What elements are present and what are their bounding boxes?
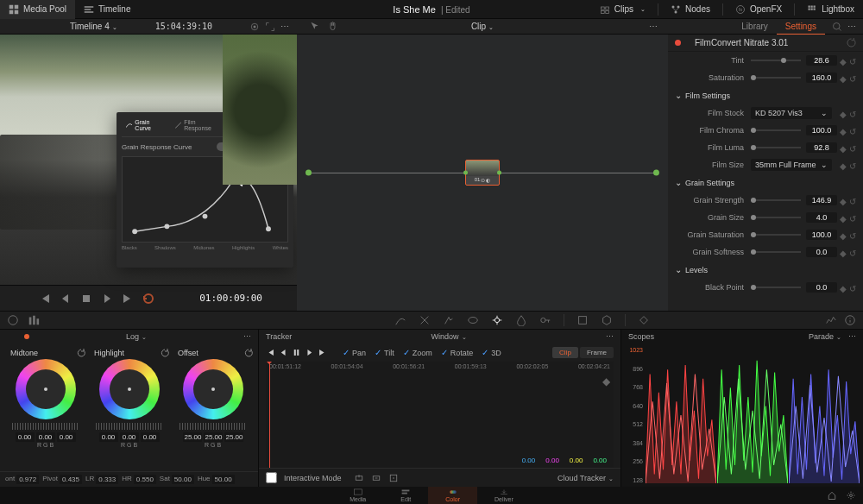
sizing-icon[interactable] <box>576 314 589 326</box>
library-tab[interactable]: Library <box>733 19 777 34</box>
media-pool-button[interactable]: Media Pool <box>0 0 75 19</box>
lightbox-button[interactable]: Lightbox <box>798 0 863 19</box>
color-page-button[interactable]: Color <box>428 487 477 504</box>
grain-curve-tab[interactable]: Grain Curve <box>122 117 169 133</box>
corrector-node[interactable]: 01⊙◐ <box>465 160 500 186</box>
reset-icon[interactable] <box>77 349 85 357</box>
film-luma-slider[interactable] <box>751 147 801 148</box>
playhead[interactable] <box>269 362 270 468</box>
reset-icon[interactable] <box>280 142 288 151</box>
settings-tab[interactable]: Settings <box>777 19 825 35</box>
bars-icon[interactable] <box>28 314 40 326</box>
color-wheels-tab[interactable]: Color Wheels <box>227 117 278 133</box>
home-icon[interactable] <box>827 490 837 501</box>
tilt-check[interactable]: Tilt <box>375 348 394 357</box>
kf-icon[interactable]: ◆ <box>840 57 847 64</box>
node-output-endpoint[interactable] <box>653 170 659 176</box>
contrast-field[interactable]: ont0.972 <box>5 475 39 484</box>
media-page-button[interactable]: Media <box>332 487 383 504</box>
wheels-menu[interactable]: ⋯ <box>243 332 251 341</box>
blur-icon[interactable] <box>515 314 527 326</box>
timeline-selector[interactable]: Timeline 4⌄ <box>70 22 117 31</box>
highlight-ring[interactable] <box>99 359 160 419</box>
first-frame-button[interactable] <box>38 292 52 306</box>
delete-icon[interactable] <box>371 473 381 483</box>
prev-frame-button[interactable] <box>59 292 72 306</box>
clip-selector[interactable]: Clip⌄ <box>471 22 494 31</box>
highlight-jog[interactable] <box>96 423 163 430</box>
tracker-icon[interactable] <box>491 314 503 326</box>
viewer-menu[interactable]: ⋯ <box>280 22 289 31</box>
grain-strength-slider[interactable] <box>751 199 801 201</box>
add-keyframe-button[interactable]: ◆ <box>602 375 610 387</box>
hue-field[interactable]: Hue50.00 <box>198 475 235 484</box>
film-stock-select[interactable]: KD 5207 Vis3⌄ <box>751 107 832 119</box>
film-chroma-slider[interactable] <box>751 129 801 131</box>
node-input-endpoint[interactable] <box>306 170 312 176</box>
grain-softness-slider[interactable] <box>751 251 801 253</box>
node-menu[interactable]: ⋯ <box>649 22 658 31</box>
offset-ring[interactable] <box>183 359 243 419</box>
background-toggle[interactable] <box>217 142 232 151</box>
frame-mode-button[interactable]: Frame <box>580 347 614 358</box>
effect-header[interactable]: FilmConvert Nitrate 3.01 <box>668 35 863 52</box>
window-icon[interactable] <box>467 314 479 326</box>
timeline-button[interactable]: Timeline <box>75 0 139 19</box>
pointer-icon[interactable] <box>309 21 320 32</box>
viewer-timecode[interactable]: 15:04:39:10 <box>155 22 212 31</box>
tracker-timeline[interactable]: 00:01:51:1200:01:54:0400:01:56:2100:01:5… <box>266 362 614 468</box>
film-response-tab[interactable]: Film Response <box>171 117 225 133</box>
keyframes-icon[interactable] <box>638 314 650 326</box>
tint-slider[interactable]: .prm-sl[style*="60"]::after{left:60%} <box>751 60 801 61</box>
offset-jog[interactable] <box>180 423 247 430</box>
grain-saturation-slider[interactable] <box>751 234 801 236</box>
insert-icon[interactable] <box>354 473 364 483</box>
grain-settings-section[interactable]: Grain Settings <box>668 173 863 192</box>
track-rev-one-button[interactable] <box>266 348 275 357</box>
3d-icon[interactable] <box>601 314 613 326</box>
pivot-field[interactable]: Pivot0.435 <box>42 475 82 484</box>
scope-type-select[interactable]: Parade⌄⋯ <box>809 332 856 341</box>
deliver-page-button[interactable]: Deliver <box>477 487 531 504</box>
key-icon[interactable] <box>539 314 551 326</box>
highlight-icon[interactable] <box>249 22 260 32</box>
3d-check[interactable]: 3D <box>482 348 501 357</box>
wheel-page-indicator[interactable] <box>24 334 29 339</box>
track-fwd-one-button[interactable] <box>318 348 327 357</box>
loop-button[interactable] <box>142 292 155 306</box>
rotate-check[interactable]: Rotate <box>441 348 474 357</box>
clips-button[interactable]: Clips⌄ <box>591 0 654 19</box>
reset-icon[interactable] <box>161 349 169 357</box>
zoom-check[interactable]: Zoom <box>403 348 432 357</box>
info-icon[interactable] <box>844 314 856 326</box>
grain-size-slider[interactable] <box>751 217 801 218</box>
clip-mode-button[interactable]: Clip <box>552 347 578 358</box>
pan-check[interactable]: Pan <box>343 348 366 357</box>
last-frame-button[interactable] <box>121 292 135 306</box>
hand-icon[interactable] <box>327 21 338 32</box>
tracker-menu[interactable]: ⋯ <box>606 332 614 341</box>
expand-icon[interactable] <box>265 22 275 32</box>
edit-page-button[interactable]: Edit <box>383 487 428 504</box>
film-size-select[interactable]: 35mm Full Frame⌄ <box>751 159 832 171</box>
track-rev-button[interactable] <box>279 348 288 357</box>
wheels-icon[interactable] <box>7 314 19 326</box>
grain-curve-graph[interactable] <box>122 156 288 243</box>
cloud-tracker-select[interactable]: Cloud Tracker⌄ <box>557 474 614 482</box>
film-settings-section[interactable]: Film Settings <box>668 86 863 104</box>
saturation-slider[interactable] <box>751 77 801 79</box>
node-input[interactable] <box>463 171 468 175</box>
reset-icon[interactable]: ↺ <box>849 57 856 64</box>
midtone-ring[interactable] <box>16 359 76 419</box>
qualifier-icon[interactable] <box>443 314 455 326</box>
sat-field[interactable]: Sat50.00 <box>160 475 194 484</box>
keyframe-indicator[interactable] <box>675 40 681 46</box>
stop-button[interactable] <box>79 292 93 306</box>
center-icon[interactable] <box>388 473 399 483</box>
warper-icon[interactable] <box>419 314 431 326</box>
transport-timecode[interactable]: 01:00:09:00 <box>199 293 262 304</box>
nodes-button[interactable]: Nodes <box>662 0 719 19</box>
reset-effect-icon[interactable] <box>847 38 856 47</box>
node-output[interactable] <box>497 171 501 175</box>
viewer-image[interactable]: Grain Curve Film Response Color Wheels ⋯… <box>0 35 297 285</box>
